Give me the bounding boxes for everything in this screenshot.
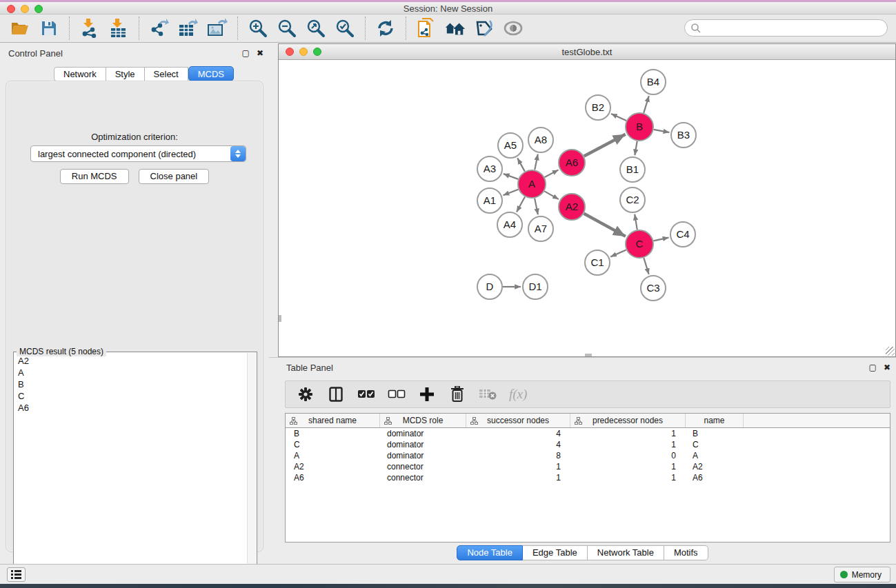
open-session-icon[interactable] xyxy=(10,18,30,39)
function-builder-icon[interactable]: f(x) xyxy=(509,385,527,403)
graph-node-B[interactable]: B xyxy=(626,113,653,141)
network-from-file-icon[interactable] xyxy=(416,18,437,39)
graph-edge-B-B4[interactable] xyxy=(644,96,649,113)
graph-node-A8[interactable]: A8 xyxy=(528,128,553,152)
graph-node-B3[interactable]: B3 xyxy=(671,123,696,148)
show-graphics-details-icon[interactable] xyxy=(503,18,524,39)
table-row[interactable]: A2connector11A2 xyxy=(286,461,890,472)
window-resize-grip[interactable] xyxy=(886,347,895,356)
graph-edge-A-A6[interactable] xyxy=(545,170,559,177)
memory-button[interactable]: Memory xyxy=(834,567,890,582)
settings-icon[interactable] xyxy=(297,385,315,403)
graph-node-B1[interactable]: B1 xyxy=(620,157,645,182)
graph-node-A4[interactable]: A4 xyxy=(497,212,522,237)
graph-node-A7[interactable]: A7 xyxy=(528,216,553,241)
float-table-panel-icon[interactable]: ▢ xyxy=(869,362,877,373)
graph-edge-A-A7[interactable] xyxy=(535,199,538,215)
column-header-shared-name[interactable]: shared name xyxy=(286,414,380,427)
graph-node-A1[interactable]: A1 xyxy=(477,188,502,213)
zoom-fit-icon[interactable] xyxy=(306,18,326,39)
tab-network-table[interactable]: Network Table xyxy=(588,545,664,560)
select-all-columns-icon[interactable] xyxy=(357,385,375,403)
column-header-mcds-role[interactable]: MCDS role xyxy=(380,414,466,427)
graph-edge-A-A3[interactable] xyxy=(504,174,518,179)
graph-edge-C-C4[interactable] xyxy=(654,238,669,241)
table-row[interactable]: Bdominator41B xyxy=(286,428,890,439)
tab-select[interactable]: Select xyxy=(145,67,188,81)
export-image-icon[interactable] xyxy=(207,18,228,39)
column-header-predecessor-nodes[interactable]: predecessor nodes xyxy=(570,414,686,427)
table-row[interactable]: Cdominator41C xyxy=(286,439,890,450)
zoom-selected-icon[interactable] xyxy=(335,18,355,39)
show-columns-icon[interactable] xyxy=(327,385,345,403)
close-table-panel-icon[interactable]: ✖ xyxy=(884,362,890,373)
graph-node-C2[interactable]: C2 xyxy=(620,187,645,212)
graph-node-C1[interactable]: C1 xyxy=(585,250,610,275)
add-column-icon[interactable] xyxy=(418,385,436,403)
graph-edge-C-C2[interactable] xyxy=(635,214,637,230)
criterion-dropdown[interactable]: largest connected component (directed) xyxy=(30,145,246,162)
delete-column-icon[interactable] xyxy=(448,385,466,403)
close-panel-button[interactable]: Close panel xyxy=(139,169,210,184)
graph-node-D1[interactable]: D1 xyxy=(523,274,548,299)
tab-motifs[interactable]: Motifs xyxy=(664,545,708,560)
graph-node-C[interactable]: C xyxy=(626,230,653,258)
tab-mcds[interactable]: MCDS xyxy=(188,66,234,81)
graph-edge-A-A8[interactable] xyxy=(535,154,538,170)
result-scrollbar[interactable] xyxy=(247,353,256,582)
mcds-result-item[interactable]: C xyxy=(14,390,247,402)
tab-node-table[interactable]: Node Table xyxy=(457,545,523,560)
mcds-result-item[interactable]: A6 xyxy=(14,402,247,414)
graph-edge-C-C1[interactable] xyxy=(610,250,626,257)
refresh-layout-icon[interactable] xyxy=(375,18,396,39)
graph-edge-B-B3[interactable] xyxy=(654,130,670,132)
graph-node-A6[interactable]: A6 xyxy=(559,150,585,176)
graph-node-A5[interactable]: A5 xyxy=(498,133,523,158)
deselect-all-columns-icon[interactable] xyxy=(388,385,406,403)
hide-labels-icon[interactable] xyxy=(474,18,495,39)
import-network-icon[interactable] xyxy=(79,18,100,39)
table-row[interactable]: Adominator80A xyxy=(286,450,890,461)
column-header-successor-nodes[interactable]: successor nodes xyxy=(466,414,570,427)
show-panels-button[interactable] xyxy=(7,567,26,582)
graph-node-B2[interactable]: B2 xyxy=(586,95,610,120)
close-panel-icon[interactable]: ✖ xyxy=(257,48,263,59)
tab-network[interactable]: Network xyxy=(54,67,106,81)
graph-edge-A6-B[interactable] xyxy=(584,134,626,156)
network-canvas[interactable]: B4B2BB3A5A8A6A3B1AA1C2A2A4A7C4CC1DD1C3 xyxy=(279,60,895,356)
graph-edge-A2-C[interactable] xyxy=(584,214,626,236)
graph-node-C4[interactable]: C4 xyxy=(670,222,695,247)
tab-edge-table[interactable]: Edge Table xyxy=(523,545,588,560)
tab-style[interactable]: Style xyxy=(106,67,145,81)
table-row[interactable]: A6connector11A6 xyxy=(286,472,890,483)
graph-edge-C-C3[interactable] xyxy=(644,258,648,274)
graph-edge-B-B1[interactable] xyxy=(635,141,637,156)
graph-node-A[interactable]: A xyxy=(518,170,546,198)
mcds-result-item[interactable]: A2 xyxy=(14,355,247,367)
graph-node-B4[interactable]: B4 xyxy=(641,70,666,94)
zoom-out-icon[interactable] xyxy=(277,18,297,39)
search-input[interactable] xyxy=(701,21,887,35)
graph-node-A3[interactable]: A3 xyxy=(477,156,502,181)
delete-table-icon[interactable] xyxy=(479,385,497,403)
search-field[interactable] xyxy=(684,19,888,37)
run-mcds-button[interactable]: Run MCDS xyxy=(60,169,129,184)
network-window-titlebar[interactable]: testGlobe.txt xyxy=(279,44,895,60)
float-panel-icon[interactable]: ▢ xyxy=(242,48,250,59)
graph-node-C3[interactable]: C3 xyxy=(641,276,666,301)
zoom-in-icon[interactable] xyxy=(248,18,268,39)
mcds-result-item[interactable]: B xyxy=(14,378,247,390)
graph-node-D[interactable]: D xyxy=(477,274,502,299)
save-session-icon[interactable] xyxy=(39,18,59,39)
graph-edge-B-B2[interactable] xyxy=(611,114,626,121)
graph-edge-A-A1[interactable] xyxy=(504,190,519,196)
graph-edge-A-A5[interactable] xyxy=(517,158,525,171)
graph-node-A2[interactable]: A2 xyxy=(559,194,585,220)
column-header-name[interactable]: name xyxy=(686,414,744,427)
graph-edge-A-A4[interactable] xyxy=(517,197,525,212)
home-icon[interactable] xyxy=(445,18,466,39)
import-table-icon[interactable] xyxy=(108,18,129,39)
export-network-icon[interactable] xyxy=(149,18,170,39)
graph-edge-A-A2[interactable] xyxy=(544,191,559,199)
export-table-icon[interactable] xyxy=(178,18,199,39)
